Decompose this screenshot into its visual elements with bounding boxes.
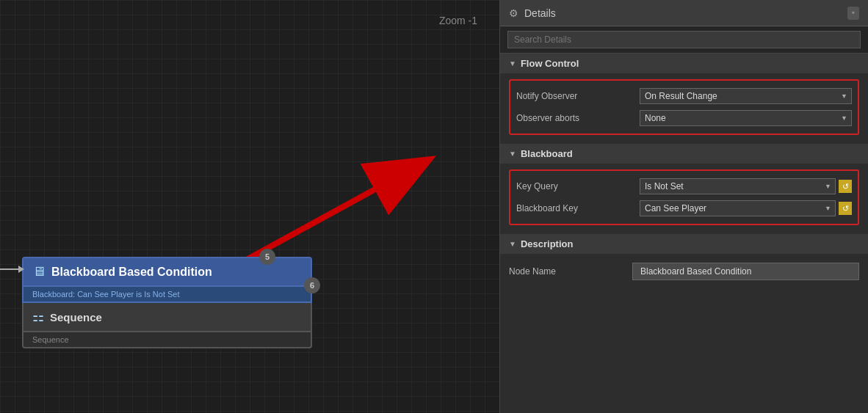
node-subtitle: Blackboard: Can See Player is Is Not Set: [22, 287, 312, 303]
node-name-label: Node Name: [509, 266, 626, 277]
observer-aborts-label: Observer aborts: [516, 113, 634, 123]
blackboard-collapse-icon: ▼: [509, 150, 516, 158]
node-sequence-subtitle: Sequence: [22, 332, 312, 348]
key-query-control: Is Set Is Not Set ↺: [640, 178, 852, 194]
blackboard-section: ▼ Blackboard Key Query Is Set Is Not Set: [500, 144, 868, 234]
details-gear-icon: ⚙: [509, 7, 518, 19]
key-query-select[interactable]: Is Set Is Not Set: [640, 178, 836, 194]
blackboard-key-control: Can See Player PlayerActor ↺: [640, 200, 852, 216]
blackboard-key-select-wrapper: Can See Player PlayerActor: [640, 200, 836, 216]
badge-6: 6: [304, 277, 320, 293]
blackboard-header[interactable]: ▼ Blackboard: [500, 144, 868, 164]
description-body: Node Name Blackboard Based Condition: [500, 254, 868, 289]
zoom-label: Zoom -1: [439, 15, 477, 26]
node-main-title: Blackboard Based Condition: [51, 266, 212, 279]
blackboard-key-row: Blackboard Key Can See Player PlayerActo…: [516, 197, 852, 219]
details-header: ⚙ Details •: [500, 0, 868, 26]
connector-tip: [18, 266, 24, 273]
node-monitor-icon: 🖥: [32, 264, 46, 279]
connector-line: [0, 268, 18, 270]
description-header[interactable]: ▼ Description: [500, 234, 868, 254]
blackboard-key-reset-button[interactable]: ↺: [839, 202, 852, 215]
notify-observer-control: On Result Change On Value Change Never: [640, 88, 852, 104]
observer-aborts-control: None Self Lower Priority Both: [640, 110, 852, 126]
flow-control-label: Flow Control: [521, 58, 579, 69]
flow-control-highlight-box: Notify Observer On Result Change On Valu…: [509, 79, 859, 135]
notify-observer-label: Notify Observer: [516, 91, 634, 101]
search-input[interactable]: [507, 31, 861, 48]
key-query-select-wrapper: Is Set Is Not Set: [640, 178, 836, 194]
key-query-label: Key Query: [516, 181, 634, 191]
blackboard-key-select[interactable]: Can See Player PlayerActor: [640, 200, 836, 216]
details-content: ▼ Flow Control Notify Observer On Result…: [500, 54, 868, 413]
blackboard-label: Blackboard: [521, 148, 573, 159]
node-sequence-title: Sequence: [50, 311, 102, 324]
notify-observer-select-wrapper: On Result Change On Value Change Never: [640, 88, 852, 104]
connector-left: [0, 266, 24, 273]
node-name-control: Blackboard Based Condition: [632, 263, 859, 280]
blackboard-highlight-box: Key Query Is Set Is Not Set ↺: [509, 169, 859, 225]
observer-aborts-row: Observer aborts None Self Lower Priority…: [516, 107, 852, 129]
details-title: Details: [524, 7, 556, 19]
observer-aborts-select-wrapper: None Self Lower Priority Both: [640, 110, 852, 126]
flow-control-section: ▼ Flow Control Notify Observer On Result…: [500, 54, 868, 144]
details-panel: ⚙ Details • ▼ Flow Control Notify Observ…: [499, 0, 868, 413]
node-name-value: Blackboard Based Condition: [632, 263, 859, 280]
search-bar: [500, 26, 868, 54]
blackboard-body: Key Query Is Set Is Not Set ↺: [500, 164, 868, 234]
notify-observer-row: Notify Observer On Result Change On Valu…: [516, 85, 852, 107]
details-close-button[interactable]: •: [847, 7, 859, 20]
description-label: Description: [521, 238, 574, 249]
flow-control-header[interactable]: ▼ Flow Control: [500, 54, 868, 73]
description-section: ▼ Description Node Name Blackboard Based…: [500, 234, 868, 289]
graph-area[interactable]: Zoom -1 5 🖥 Blackboard Based Condition B…: [0, 0, 499, 413]
blackboard-key-label: Blackboard Key: [516, 203, 634, 213]
badge-5: 5: [259, 249, 275, 265]
key-query-reset-button[interactable]: ↺: [839, 180, 852, 193]
key-query-row: Key Query Is Set Is Not Set ↺: [516, 175, 852, 197]
observer-aborts-select[interactable]: None Self Lower Priority Both: [640, 110, 852, 126]
flow-control-body: Notify Observer On Result Change On Valu…: [500, 73, 868, 144]
node-sequence-icon: ⚏: [32, 309, 44, 325]
flow-control-collapse-icon: ▼: [509, 59, 516, 67]
node-container: 5 🖥 Blackboard Based Condition Blackboar…: [22, 257, 312, 348]
sequence-node[interactable]: ⚏ Sequence: [22, 303, 312, 332]
description-collapse-icon: ▼: [509, 240, 516, 248]
node-name-row: Node Name Blackboard Based Condition: [509, 260, 859, 283]
annotation-arrow: [0, 0, 499, 413]
notify-observer-select[interactable]: On Result Change On Value Change Never: [640, 88, 852, 104]
